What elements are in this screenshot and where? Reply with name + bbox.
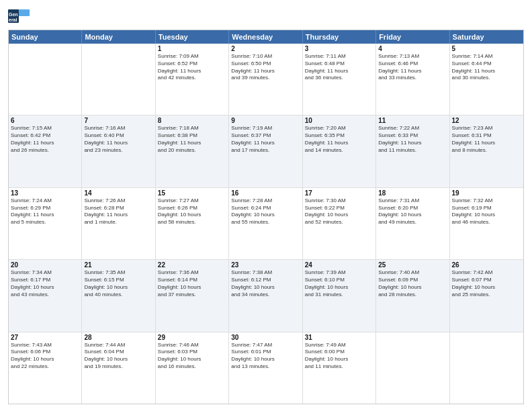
- page: Gen eral SundayMondayTuesdayWednesdayThu…: [0, 0, 532, 411]
- day-number: 26: [452, 261, 521, 269]
- calendar-cell: [376, 332, 449, 404]
- cell-detail: Sunrise: 7:42 AM Sunset: 6:07 PM Dayligh…: [452, 269, 521, 298]
- day-number: 14: [84, 189, 152, 197]
- calendar-cell: 22Sunrise: 7:36 AM Sunset: 6:14 PM Dayli…: [156, 260, 229, 331]
- calendar-cell: 5Sunrise: 7:14 AM Sunset: 6:44 PM Daylig…: [450, 44, 523, 115]
- cell-detail: Sunrise: 7:19 AM Sunset: 6:37 PM Dayligh…: [231, 125, 300, 154]
- cell-detail: Sunrise: 7:24 AM Sunset: 6:29 PM Dayligh…: [11, 197, 79, 226]
- cell-detail: Sunrise: 7:30 AM Sunset: 6:22 PM Dayligh…: [305, 197, 373, 226]
- calendar-row: 20Sunrise: 7:34 AM Sunset: 6:17 PM Dayli…: [9, 259, 523, 331]
- day-number: 13: [11, 189, 79, 197]
- calendar-cell: 11Sunrise: 7:22 AM Sunset: 6:33 PM Dayli…: [376, 116, 449, 187]
- day-number: 2: [231, 45, 300, 52]
- cell-detail: Sunrise: 7:28 AM Sunset: 6:24 PM Dayligh…: [231, 197, 300, 226]
- day-number: 5: [452, 45, 521, 52]
- calendar-cell: 26Sunrise: 7:42 AM Sunset: 6:07 PM Dayli…: [450, 260, 523, 331]
- day-header-tuesday: Tuesday: [156, 30, 229, 44]
- calendar-row: 6Sunrise: 7:15 AM Sunset: 6:42 PM Daylig…: [9, 115, 523, 187]
- day-number: 7: [84, 117, 152, 124]
- day-number: 30: [231, 334, 300, 341]
- day-header-thursday: Thursday: [303, 30, 376, 44]
- calendar-cell: 2Sunrise: 7:10 AM Sunset: 6:50 PM Daylig…: [229, 44, 302, 115]
- cell-detail: Sunrise: 7:38 AM Sunset: 6:12 PM Dayligh…: [231, 269, 300, 298]
- calendar-header: SundayMondayTuesdayWednesdayThursdayFrid…: [9, 30, 523, 44]
- cell-detail: Sunrise: 7:32 AM Sunset: 6:19 PM Dayligh…: [452, 197, 521, 226]
- day-number: 1: [158, 45, 226, 52]
- cell-detail: Sunrise: 7:34 AM Sunset: 6:17 PM Dayligh…: [11, 269, 79, 298]
- cell-detail: Sunrise: 7:14 AM Sunset: 6:44 PM Dayligh…: [452, 53, 521, 82]
- calendar-cell: 27Sunrise: 7:43 AM Sunset: 6:06 PM Dayli…: [9, 332, 82, 404]
- calendar-cell: 12Sunrise: 7:23 AM Sunset: 6:31 PM Dayli…: [450, 116, 523, 187]
- day-number: 25: [378, 261, 447, 269]
- header: Gen eral: [8, 7, 524, 26]
- calendar-cell: 3Sunrise: 7:11 AM Sunset: 6:48 PM Daylig…: [303, 44, 376, 115]
- calendar-cell: 10Sunrise: 7:20 AM Sunset: 6:35 PM Dayli…: [303, 116, 376, 187]
- calendar-cell: 24Sunrise: 7:39 AM Sunset: 6:10 PM Dayli…: [303, 260, 376, 331]
- cell-detail: Sunrise: 7:16 AM Sunset: 6:40 PM Dayligh…: [84, 125, 152, 154]
- day-number: 12: [452, 117, 521, 124]
- cell-detail: Sunrise: 7:11 AM Sunset: 6:48 PM Dayligh…: [305, 53, 373, 82]
- day-number: 22: [158, 261, 226, 269]
- cell-detail: Sunrise: 7:49 AM Sunset: 6:00 PM Dayligh…: [305, 342, 373, 371]
- day-number: 11: [378, 117, 447, 124]
- cell-detail: Sunrise: 7:26 AM Sunset: 6:28 PM Dayligh…: [84, 197, 152, 226]
- day-number: 23: [231, 261, 300, 269]
- calendar-cell: 9Sunrise: 7:19 AM Sunset: 6:37 PM Daylig…: [229, 116, 302, 187]
- calendar-row: 27Sunrise: 7:43 AM Sunset: 6:06 PM Dayli…: [9, 332, 523, 404]
- day-number: 27: [11, 334, 79, 341]
- day-number: 16: [231, 189, 300, 197]
- calendar-cell: 15Sunrise: 7:27 AM Sunset: 6:26 PM Dayli…: [156, 188, 229, 259]
- calendar-cell: [9, 44, 82, 115]
- calendar-cell: 17Sunrise: 7:30 AM Sunset: 6:22 PM Dayli…: [303, 188, 376, 259]
- calendar-cell: 21Sunrise: 7:35 AM Sunset: 6:15 PM Dayli…: [82, 260, 155, 331]
- day-number: 10: [305, 117, 373, 124]
- cell-detail: Sunrise: 7:40 AM Sunset: 6:09 PM Dayligh…: [378, 269, 447, 298]
- calendar-cell: 20Sunrise: 7:34 AM Sunset: 6:17 PM Dayli…: [9, 260, 82, 331]
- cell-detail: Sunrise: 7:43 AM Sunset: 6:06 PM Dayligh…: [11, 342, 79, 371]
- day-header-saturday: Saturday: [450, 30, 523, 44]
- day-number: 28: [84, 334, 152, 341]
- calendar-cell: 31Sunrise: 7:49 AM Sunset: 6:00 PM Dayli…: [303, 332, 376, 404]
- day-number: 17: [305, 189, 373, 197]
- calendar-row: 13Sunrise: 7:24 AM Sunset: 6:29 PM Dayli…: [9, 187, 523, 259]
- calendar-cell: 25Sunrise: 7:40 AM Sunset: 6:09 PM Dayli…: [376, 260, 449, 331]
- calendar-cell: 4Sunrise: 7:13 AM Sunset: 6:46 PM Daylig…: [376, 44, 449, 115]
- day-header-monday: Monday: [82, 30, 155, 44]
- cell-detail: Sunrise: 7:22 AM Sunset: 6:33 PM Dayligh…: [378, 125, 447, 154]
- calendar-cell: 19Sunrise: 7:32 AM Sunset: 6:19 PM Dayli…: [450, 188, 523, 259]
- day-number: 29: [158, 334, 226, 341]
- calendar-body: 1Sunrise: 7:09 AM Sunset: 6:52 PM Daylig…: [9, 44, 523, 404]
- calendar: SundayMondayTuesdayWednesdayThursdayFrid…: [8, 30, 524, 404]
- calendar-cell: 14Sunrise: 7:26 AM Sunset: 6:28 PM Dayli…: [82, 188, 155, 259]
- cell-detail: Sunrise: 7:09 AM Sunset: 6:52 PM Dayligh…: [158, 53, 226, 82]
- cell-detail: Sunrise: 7:31 AM Sunset: 6:20 PM Dayligh…: [378, 197, 447, 226]
- day-number: 20: [11, 261, 79, 269]
- svg-text:Gen: Gen: [9, 12, 18, 17]
- day-number: 18: [378, 189, 447, 197]
- cell-detail: Sunrise: 7:20 AM Sunset: 6:35 PM Dayligh…: [305, 125, 373, 154]
- cell-detail: Sunrise: 7:36 AM Sunset: 6:14 PM Dayligh…: [158, 269, 226, 298]
- cell-detail: Sunrise: 7:15 AM Sunset: 6:42 PM Dayligh…: [11, 125, 79, 154]
- cell-detail: Sunrise: 7:39 AM Sunset: 6:10 PM Dayligh…: [305, 269, 373, 298]
- day-number: 6: [11, 117, 79, 124]
- day-number: 19: [452, 189, 521, 197]
- calendar-cell: 1Sunrise: 7:09 AM Sunset: 6:52 PM Daylig…: [156, 44, 229, 115]
- svg-marker-4: [19, 9, 30, 16]
- cell-detail: Sunrise: 7:27 AM Sunset: 6:26 PM Dayligh…: [158, 197, 226, 226]
- day-header-wednesday: Wednesday: [229, 30, 302, 44]
- day-number: 21: [84, 261, 152, 269]
- calendar-cell: 7Sunrise: 7:16 AM Sunset: 6:40 PM Daylig…: [82, 116, 155, 187]
- calendar-cell: 30Sunrise: 7:47 AM Sunset: 6:01 PM Dayli…: [229, 332, 302, 404]
- calendar-cell: 23Sunrise: 7:38 AM Sunset: 6:12 PM Dayli…: [229, 260, 302, 331]
- cell-detail: Sunrise: 7:46 AM Sunset: 6:03 PM Dayligh…: [158, 342, 226, 371]
- day-number: 3: [305, 45, 373, 52]
- day-number: 24: [305, 261, 373, 269]
- cell-detail: Sunrise: 7:44 AM Sunset: 6:04 PM Dayligh…: [84, 342, 152, 371]
- cell-detail: Sunrise: 7:18 AM Sunset: 6:38 PM Dayligh…: [158, 125, 226, 154]
- calendar-cell: [450, 332, 523, 404]
- calendar-cell: 6Sunrise: 7:15 AM Sunset: 6:42 PM Daylig…: [9, 116, 82, 187]
- cell-detail: Sunrise: 7:10 AM Sunset: 6:50 PM Dayligh…: [231, 53, 300, 82]
- day-number: 8: [158, 117, 226, 124]
- calendar-cell: 13Sunrise: 7:24 AM Sunset: 6:29 PM Dayli…: [9, 188, 82, 259]
- cell-detail: Sunrise: 7:47 AM Sunset: 6:01 PM Dayligh…: [231, 342, 300, 371]
